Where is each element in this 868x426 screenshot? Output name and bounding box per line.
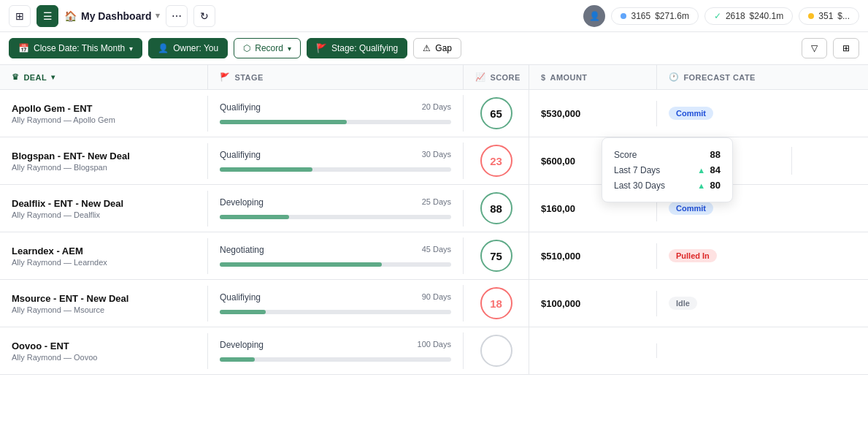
deal-name[interactable]: Apollo Gem - ENT <box>12 103 196 114</box>
stage-bar-bg <box>220 357 451 362</box>
crown-icon: 🏠 <box>64 10 77 22</box>
amount-cell: $100,000 <box>529 291 657 316</box>
record-filter[interactable]: ⬡ Record ▾ <box>234 38 301 58</box>
score-circle: 75 <box>480 240 512 272</box>
score-circle: 18 <box>480 287 512 319</box>
th-forecast[interactable]: 🕐 FORECAST CATE <box>657 65 792 89</box>
columns-icon: ⊞ <box>842 43 850 53</box>
stage-filter[interactable]: 🚩 Stage: Qualifying <box>307 38 407 58</box>
deal-name[interactable]: Msource - ENT - New Deal <box>12 293 196 304</box>
deal-cell: Oovoo - ENT Ally Raymond — Oovoo <box>0 333 208 369</box>
score-cell: 75 <box>464 232 529 279</box>
dollar-icon: $ <box>541 73 546 82</box>
stage-days: 30 Days <box>422 150 451 159</box>
owner-filter[interactable]: 👤 Owner: You <box>148 38 228 58</box>
stage-label: Qualifiying <box>220 150 261 160</box>
stage-bar <box>220 357 255 362</box>
forecast-cell: Pulled In <box>657 242 792 270</box>
stage-cell: Qualifiying 30 Days <box>208 142 464 179</box>
grid-view-toggle[interactable]: ⊞ <box>9 5 31 27</box>
th-amount[interactable]: $ AMOUNT <box>529 65 657 89</box>
score-cell: 65 <box>464 90 529 137</box>
stat-won-count: 2618 <box>726 11 745 21</box>
deal-subtitle: Ally Raymond — Apollo Gem <box>12 115 196 124</box>
stage-cell: Qualifiying 90 Days <box>208 285 464 322</box>
amount-cell: $510,000 <box>529 243 657 269</box>
stage-label: Negotiating <box>220 245 264 255</box>
chart-icon: 📈 <box>475 72 485 82</box>
stage-days: 100 Days <box>418 340 451 349</box>
stage-label: Developing <box>220 340 264 350</box>
th-stage[interactable]: 🚩 STAGE <box>208 65 464 89</box>
chevron-down-icon: ▾ <box>155 11 160 20</box>
stage-bar-bg <box>220 215 451 219</box>
stat-total-count: 3165 <box>631 11 650 21</box>
stage-days: 20 Days <box>422 102 451 111</box>
deal-subtitle: Ally Raymond — Dealflix <box>12 210 196 219</box>
table-row: Blogspan - ENT- New Deal Ally Raymond — … <box>0 137 868 185</box>
forecast-badge: Idle <box>669 297 697 310</box>
tooltip-last30-row: Last 30 Days ▲ 80 <box>614 178 721 193</box>
table-row: Oovoo - ENT Ally Raymond — Oovoo Develop… <box>0 327 868 375</box>
crown-icon: ♛ <box>12 72 19 82</box>
amount-cell <box>529 343 657 358</box>
stage-bar <box>220 167 312 172</box>
th-deal[interactable]: ♛ DEAL ▾ <box>0 65 208 89</box>
chevron-down-icon: ▾ <box>129 45 133 53</box>
table-row: Apollo Gem - ENT Ally Raymond — Apollo G… <box>0 90 868 137</box>
amount-cell: $530,000 <box>529 101 657 126</box>
stat-won-value: $240.1m <box>750 11 784 21</box>
forecast-cell <box>657 343 792 358</box>
forecast-cell: Commit <box>657 99 792 127</box>
stage-bar-bg <box>220 310 451 314</box>
deal-name[interactable]: Oovoo - ENT <box>12 341 196 351</box>
columns-button[interactable]: ⊞ <box>833 38 859 58</box>
stat-pill-other[interactable]: 351 $... <box>799 7 859 25</box>
stage-cell: Developing 25 Days <box>208 190 464 227</box>
more-options-button[interactable]: ⋯ <box>166 5 188 27</box>
warning-icon: ⚠ <box>423 43 431 53</box>
forecast-badge: Commit <box>669 107 713 120</box>
list-view-toggle[interactable]: ☰ <box>37 5 58 27</box>
stage-days: 90 Days <box>422 292 451 301</box>
stage-cell: Developing 100 Days <box>208 332 464 369</box>
stat-pill-won[interactable]: ✓ 2618 $240.1m <box>704 7 793 25</box>
deal-name[interactable]: Dealflix - ENT - New Deal <box>12 198 196 209</box>
nav-stats: 👤 3165 $271.6m ✓ 2618 $240.1m 351 $... <box>583 5 859 27</box>
stage-bar <box>220 120 347 124</box>
calendar-icon: 📅 <box>18 43 29 53</box>
arrow-up-icon-30: ▲ <box>697 181 705 190</box>
stage-cell: Qualifiying 20 Days <box>208 95 464 132</box>
close-date-filter[interactable]: 📅 Close Date: This Month ▾ <box>9 38 142 58</box>
stage-bar-bg <box>220 120 451 124</box>
filter-bar: 📅 Close Date: This Month ▾ 👤 Owner: You … <box>0 32 868 65</box>
stage-label: Qualifiying <box>220 292 261 303</box>
deal-subtitle: Ally Raymond — Blogspan <box>12 163 196 172</box>
stage-bar-bg <box>220 167 451 172</box>
th-score[interactable]: 📈 SCORE <box>464 65 529 89</box>
stat-total-value: $271.6m <box>655 11 689 21</box>
refresh-button[interactable]: ↻ <box>193 5 215 27</box>
stage-label: Qualifiying <box>220 102 261 113</box>
table-row: Dealflix - ENT - New Deal Ally Raymond —… <box>0 185 868 232</box>
stat-other-value: $... <box>837 11 850 21</box>
deal-cell: Dealflix - ENT - New Deal Ally Raymond —… <box>0 191 208 227</box>
tooltip-last30-label: Last 30 Days <box>614 180 665 191</box>
forecast-badge: Commit <box>669 202 713 215</box>
stat-pill-total[interactable]: 3165 $271.6m <box>611 7 698 25</box>
tooltip-last7-label: Last 7 Days <box>614 165 660 175</box>
tooltip-score-row: Score 88 <box>614 147 721 162</box>
score-circle: 23 <box>480 145 512 177</box>
filter-icon-button[interactable]: ▽ <box>802 38 827 58</box>
avatar: 👤 <box>583 5 605 27</box>
stage-bar <box>220 262 382 267</box>
gap-filter[interactable]: ⚠ Gap <box>413 38 461 58</box>
stage-bar-bg <box>220 262 451 267</box>
tooltip-last7-val: ▲ 84 <box>697 164 721 175</box>
chevron-down-icon-record: ▾ <box>288 45 291 53</box>
stat-other-count: 351 <box>818 11 833 21</box>
deal-name[interactable]: Blogspan - ENT- New Deal <box>12 151 196 161</box>
deal-name[interactable]: Learndex - AEM <box>12 246 196 256</box>
tooltip-score-label: Score <box>614 150 637 160</box>
score-circle: 88 <box>480 192 512 224</box>
